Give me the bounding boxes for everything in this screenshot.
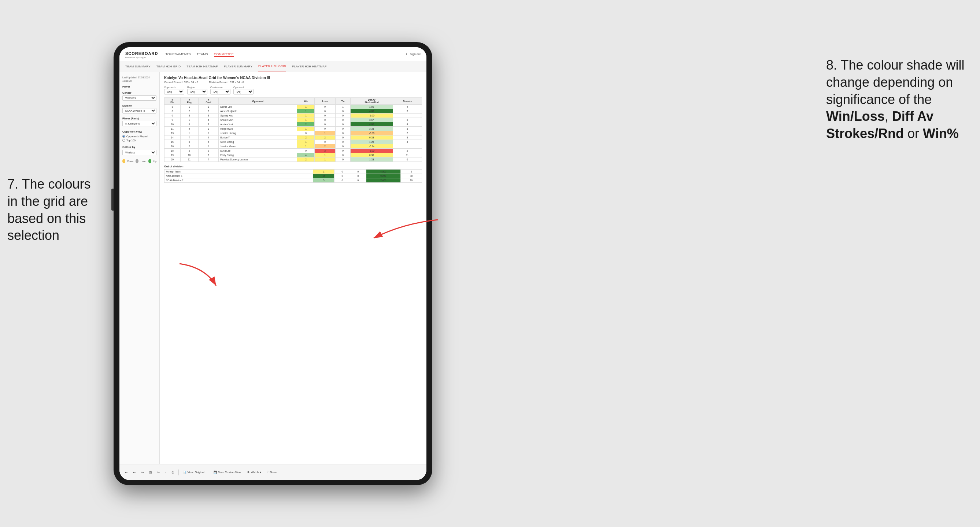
cell-rounds: 2 (393, 131, 422, 135)
cell-win: 1 (297, 109, 315, 114)
division-select[interactable]: NCAA Division III (123, 108, 156, 114)
division-record: Division Record: 331 - 34 - 6 (209, 81, 244, 84)
subnav-team-summary[interactable]: TEAM SUMMARY (125, 62, 151, 71)
nav-signout[interactable]: Sign out (410, 52, 421, 56)
subnav-player-h2h-heatmap[interactable]: PLAYER H2H HEATMAP (292, 62, 327, 71)
cell-win: 2 (297, 122, 315, 127)
toolbar-dot[interactable]: · (164, 470, 167, 475)
legend-up-dot (148, 159, 151, 163)
cell-diff: 0.30 (351, 153, 393, 157)
ood-cell-win: 5 (313, 178, 334, 183)
logo: SCOREBOARD Powered by clippd (125, 50, 158, 59)
cell-tie: 0 (335, 118, 350, 122)
toolbar-view-original[interactable]: 📊 View: Original (182, 470, 206, 475)
subnav-player-summary[interactable]: PLAYER SUMMARY (224, 62, 253, 71)
nav-teams[interactable]: TEAMS (197, 52, 208, 57)
cell-rounds: 11 (393, 153, 422, 157)
cell-diff: -0.94 (351, 144, 393, 149)
cell-reg: 3 (180, 114, 198, 118)
cell-opponent: Federica Domecq Lacroze (219, 157, 297, 162)
cell-win: 1 (297, 127, 315, 131)
cell-win: 1 (297, 144, 315, 149)
nav-info-icon[interactable]: i (406, 52, 407, 56)
ood-cell-loss: 0 (334, 174, 350, 178)
nav-items: TOURNAMENTS TEAMS COMMITTEE (165, 52, 233, 57)
cell-conf: 5 (198, 140, 219, 144)
table-row: 20 11 7 Federica Domecq Lacroze 2 1 0 1.… (164, 157, 422, 162)
th-opponent: Opponent (219, 98, 297, 105)
colour-by-label: Colour by (123, 145, 156, 149)
cell-div: 11 (164, 127, 181, 131)
conference-select[interactable]: (All) (210, 89, 231, 94)
cell-reg: 2 (180, 149, 198, 153)
gender-select[interactable]: Women's (123, 95, 156, 101)
toolbar-cut[interactable]: ✂ (156, 470, 161, 475)
cell-diff: 0.38 (351, 135, 393, 140)
cell-diff: 1.33 (351, 157, 393, 162)
table-row: 16 2 1 Jessica Mason 1 2 0 -0.94 (164, 144, 422, 149)
ood-cell-loss: 0 (334, 170, 350, 174)
opponent-view-label: Opponent view (123, 130, 156, 133)
region-select[interactable]: (All) (187, 89, 207, 94)
toolbar-watch[interactable]: 👁 Watch ▾ (245, 470, 262, 475)
cell-conf: 3 (198, 114, 219, 118)
opponent-select[interactable]: (All) (233, 89, 253, 94)
ood-table-row: NAIA Division 1 15 0 0 9.267 30 (164, 174, 422, 178)
cell-opponent: Esther Lee (219, 105, 297, 109)
cell-tie: 0 (335, 131, 350, 135)
cell-div: 6 (164, 114, 181, 118)
opponents-select[interactable]: (All) (164, 89, 184, 94)
nav-committee[interactable]: COMMITTEE (214, 52, 234, 57)
radio-opponents-played[interactable]: Opponents Played (123, 135, 156, 138)
cell-loss: 0 (315, 114, 335, 118)
colour-by-select[interactable]: Win/loss (123, 150, 156, 155)
toolbar-save-custom[interactable]: 💾 Save Custom View (212, 470, 242, 475)
toolbar-undo[interactable]: ↩ (124, 470, 129, 475)
filter-opponent: Opponent (All) (233, 86, 253, 94)
table-row: 11 9 1 Heejo Hyun 1 0 0 3.33 3 (164, 127, 422, 131)
radio-top100[interactable]: Top 100 (123, 139, 156, 142)
cell-rounds: 4 (393, 105, 422, 109)
cell-rounds (393, 114, 422, 118)
toolbar-redo[interactable]: ↪ (140, 470, 145, 475)
cell-diff: 1.25 (351, 140, 393, 144)
ood-cell-tie: 0 (350, 174, 366, 178)
ood-cell-tie: 0 (350, 178, 366, 183)
toolbar-undo2[interactable]: ↩ (132, 470, 137, 475)
sidebar-player-rank-section: Player (Rank) 8. Katelyn Vo (123, 117, 156, 126)
bottom-toolbar: ↩ ↩ ↪ ⊡ ✂ · ⊙ 📊 View: Original 💾 Save Cu… (119, 464, 426, 480)
toolbar-grid[interactable]: ⊡ (148, 470, 153, 475)
annotation-right: 8. The colour shade will change dependin… (826, 57, 973, 143)
player-rank-select[interactable]: 8. Katelyn Vo (123, 121, 156, 126)
cell-diff: 3.33 (351, 127, 393, 131)
cell-conf: 1 (198, 105, 219, 109)
cell-div: 19 (164, 153, 181, 157)
nav-tournaments[interactable]: TOURNAMENTS (165, 52, 191, 57)
side-button[interactable] (111, 189, 114, 211)
table-row: 9 1 4 Sharon Mun 1 0 0 3.67 3 (164, 118, 422, 122)
ood-table-row: NCAA Division 2 5 0 0 7.400 10 (164, 178, 422, 183)
filter-conference: Conference (All) (210, 86, 231, 94)
legend-level-dot (135, 159, 138, 163)
cell-tie: 0 (335, 127, 350, 131)
subnav-team-h2h-heatmap[interactable]: TEAM H2H HEATMAP (186, 62, 218, 71)
toolbar-share[interactable]: ⤴ Share (266, 470, 278, 475)
toolbar-circle[interactable]: ⊙ (170, 470, 175, 475)
legend: Down Level Up (123, 159, 156, 163)
player-label: Player (123, 85, 156, 88)
ood-table-row: Foreign Team 1 0 0 4.500 2 (164, 170, 422, 174)
toolbar-sep1 (178, 470, 179, 475)
cell-div: 16 (164, 144, 181, 149)
filter-region: Region (All) (187, 86, 207, 94)
subnav-team-h2h-grid[interactable]: TEAM H2H GRID (156, 62, 181, 71)
cell-loss: 1 (315, 153, 335, 157)
cell-rounds: 6 (393, 157, 422, 162)
cell-diff: -1.00 (351, 114, 393, 118)
subnav-player-h2h-grid[interactable]: PLAYER H2H GRID (258, 62, 286, 71)
sub-nav: TEAM SUMMARY TEAM H2H GRID TEAM H2H HEAT… (119, 61, 426, 72)
filter-opponents: Opponents: (All) (164, 86, 184, 94)
cell-tie: 1 (335, 105, 350, 109)
cell-opponent: Andrea York (219, 122, 297, 127)
cell-win: 1 (297, 114, 315, 118)
cell-div: 15 (164, 140, 181, 144)
